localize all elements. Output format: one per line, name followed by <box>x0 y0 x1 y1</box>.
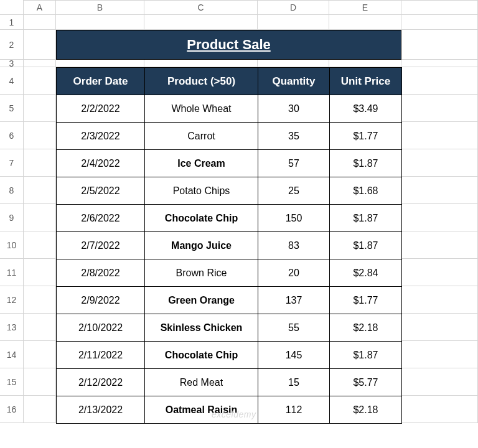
row-header-13[interactable]: 13 <box>0 314 24 341</box>
row-header-2[interactable]: 2 <box>0 30 24 60</box>
row-header-6[interactable]: 6 <box>0 122 24 149</box>
table-row[interactable]: 2/7/2022Mango Juice83$1.87 <box>57 232 402 259</box>
cell[interactable] <box>24 286 56 314</box>
th-quantity[interactable]: Quantity <box>258 68 330 95</box>
cell[interactable] <box>24 177 56 204</box>
cell-product[interactable]: Whole Wheat <box>145 95 258 123</box>
cell-product[interactable]: Chocolate Chip <box>145 205 258 232</box>
cell-date[interactable]: 2/4/2022 <box>57 150 145 177</box>
row-header-15[interactable]: 15 <box>0 368 24 396</box>
cell-quantity[interactable]: 137 <box>258 287 330 314</box>
cell[interactable] <box>401 95 478 122</box>
cell[interactable] <box>24 30 56 60</box>
cell-date[interactable]: 2/12/2022 <box>57 369 145 396</box>
table-row[interactable]: 2/13/2022Oatmeal Raisin112$2.18 <box>57 396 402 424</box>
cell[interactable] <box>24 149 56 177</box>
cell-date[interactable]: 2/9/2022 <box>57 287 145 314</box>
cell-price[interactable]: $1.87 <box>330 232 402 259</box>
cell[interactable] <box>329 60 401 67</box>
row-header-8[interactable]: 8 <box>0 177 24 204</box>
table-row[interactable]: 2/12/2022Red Meat15$5.77 <box>57 369 402 396</box>
cell[interactable] <box>401 396 478 423</box>
cell-price[interactable]: $2.84 <box>330 259 402 287</box>
cell-date[interactable]: 2/7/2022 <box>57 232 145 259</box>
cell[interactable] <box>401 60 478 67</box>
cell-date[interactable]: 2/10/2022 <box>57 314 145 342</box>
col-header-D[interactable]: D <box>258 0 329 15</box>
cell[interactable] <box>144 15 258 30</box>
cell[interactable] <box>401 67 478 95</box>
cell[interactable] <box>401 314 478 341</box>
cell-quantity[interactable]: 57 <box>258 150 330 177</box>
row-header-16[interactable]: 16 <box>0 396 24 423</box>
table-row[interactable]: 2/8/2022Brown Rice20$2.84 <box>57 259 402 287</box>
row-header-14[interactable]: 14 <box>0 341 24 368</box>
cell-date[interactable]: 2/13/2022 <box>57 396 145 424</box>
cell-price[interactable]: $3.49 <box>330 95 402 123</box>
table-row[interactable]: 2/10/2022Skinless Chicken55$2.18 <box>57 314 402 342</box>
row-header-10[interactable]: 10 <box>0 231 24 259</box>
cell-product[interactable]: Brown Rice <box>145 259 258 287</box>
cell-quantity[interactable]: 15 <box>258 369 330 396</box>
cell-product[interactable]: Mango Juice <box>145 232 258 259</box>
cell-product[interactable]: Oatmeal Raisin <box>145 396 258 424</box>
cell[interactable] <box>24 67 56 95</box>
cell[interactable] <box>401 122 478 149</box>
cell-product[interactable]: Skinless Chicken <box>145 314 258 342</box>
row-header-9[interactable]: 9 <box>0 204 24 231</box>
cell-product[interactable]: Carrot <box>145 123 258 150</box>
cell[interactable] <box>24 396 56 423</box>
cell-price[interactable]: $2.18 <box>330 314 402 342</box>
cell-price[interactable]: $5.77 <box>330 369 402 396</box>
row-header-5[interactable]: 5 <box>0 95 24 122</box>
cell[interactable] <box>401 286 478 314</box>
cell-product[interactable]: Potato Chips <box>145 177 258 205</box>
row-header-12[interactable]: 12 <box>0 286 24 314</box>
cell-product[interactable]: Red Meat <box>145 369 258 396</box>
cell-quantity[interactable]: 20 <box>258 259 330 287</box>
cell-price[interactable]: $2.18 <box>330 396 402 424</box>
row-header-11[interactable]: 11 <box>0 259 24 286</box>
table-row[interactable]: 2/11/2022Chocolate Chip145$1.87 <box>57 342 402 369</box>
table-row[interactable]: 2/5/2022Potato Chips25$1.68 <box>57 177 402 205</box>
cell-product[interactable]: Chocolate Chip <box>145 342 258 369</box>
col-header-A[interactable]: A <box>24 0 56 15</box>
row-header-3[interactable]: 3 <box>0 60 24 67</box>
cell-quantity[interactable]: 150 <box>258 205 330 232</box>
th-orderDate[interactable]: Order Date <box>57 68 145 95</box>
cell[interactable] <box>24 368 56 396</box>
cell-price[interactable]: $1.87 <box>330 150 402 177</box>
cell-quantity[interactable]: 55 <box>258 314 330 342</box>
cell[interactable] <box>56 15 144 30</box>
cell-quantity[interactable]: 30 <box>258 95 330 123</box>
cell[interactable] <box>401 15 478 30</box>
table-row[interactable]: 2/3/2022Carrot35$1.77 <box>57 123 402 150</box>
table-row[interactable]: 2/6/2022Chocolate Chip150$1.87 <box>57 205 402 232</box>
select-all-corner[interactable] <box>0 0 24 15</box>
cell-date[interactable]: 2/6/2022 <box>57 205 145 232</box>
cell[interactable] <box>401 368 478 396</box>
cell-quantity[interactable]: 145 <box>258 342 330 369</box>
cell[interactable] <box>401 177 478 204</box>
table-row[interactable]: 2/9/2022Green Orange137$1.77 <box>57 287 402 314</box>
cell[interactable] <box>24 259 56 286</box>
cell[interactable] <box>258 60 329 67</box>
cell[interactable] <box>24 314 56 341</box>
cell[interactable] <box>24 122 56 149</box>
cell-date[interactable]: 2/11/2022 <box>57 342 145 369</box>
cell-quantity[interactable]: 25 <box>258 177 330 205</box>
cell-price[interactable]: $1.68 <box>330 177 402 205</box>
cell-quantity[interactable]: 83 <box>258 232 330 259</box>
cell[interactable] <box>401 341 478 368</box>
cell[interactable] <box>401 149 478 177</box>
cell-product[interactable]: Green Orange <box>145 287 258 314</box>
cell-product[interactable]: Ice Cream <box>145 150 258 177</box>
col-header-B[interactable]: B <box>56 0 144 15</box>
cell-price[interactable]: $1.77 <box>330 123 402 150</box>
cell[interactable] <box>24 204 56 231</box>
row-header-4[interactable]: 4 <box>0 67 24 95</box>
cell-date[interactable]: 2/3/2022 <box>57 123 145 150</box>
cell[interactable] <box>56 60 144 67</box>
cell-date[interactable]: 2/8/2022 <box>57 259 145 287</box>
th-unitPrice[interactable]: Unit Price <box>330 68 402 95</box>
